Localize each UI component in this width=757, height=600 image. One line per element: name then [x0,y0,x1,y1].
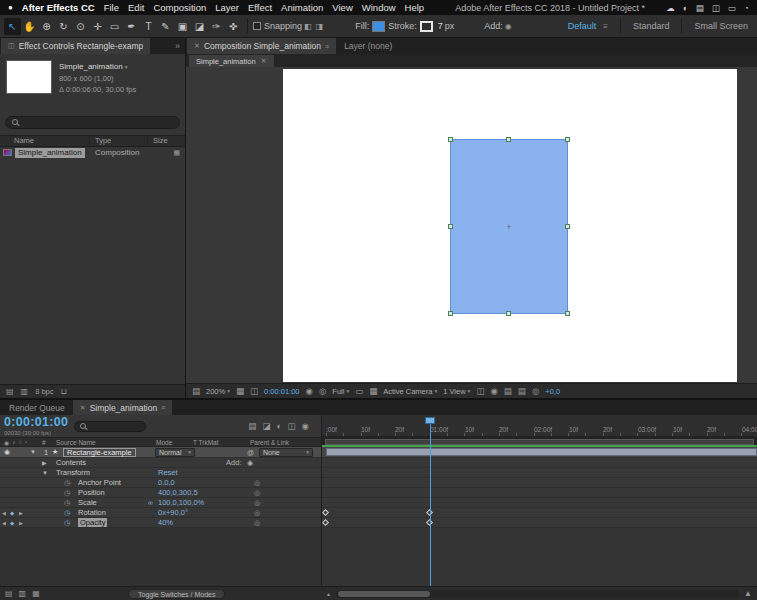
property-row-rotation[interactable]: ◀ ◆ ▶ ◷ Rotation 0x+90,0° ◎ [0,508,321,518]
cloud-icon[interactable]: ☁ [666,3,675,13]
layer-outline-empty-area[interactable] [0,528,321,586]
column-source-name[interactable]: Source Name [56,439,156,446]
workspace-default[interactable]: Default [568,21,597,31]
motion-blur-icon[interactable]: ◉ [302,421,309,431]
apple-menu-icon[interactable]: ● [8,3,13,12]
magnification-dropdown[interactable]: 200% ▾ [206,387,230,396]
next-keyframe-icon[interactable]: ▶ [19,518,23,527]
viewer-tab[interactable]: Simple_animation ✕ [189,55,274,67]
shape-layer-rectangle[interactable]: + [450,139,568,314]
mask-visibility-icon[interactable]: ◫ [250,386,258,396]
selected-item-name[interactable]: Simple_animation [59,62,123,71]
current-time-value[interactable]: 0:00:01:00 [4,416,68,429]
timeline-track-area[interactable]: :00f 10f 20f 01:00f 10f 20f 02:00f 10f 2… [322,415,757,586]
current-time-indicator[interactable] [430,423,431,586]
caret-down-icon[interactable]: ▾ [125,64,128,70]
project-item-thumbnail[interactable] [6,60,52,94]
trash-icon[interactable]: ⊔ [60,387,66,396]
panel-menu-icon[interactable]: ≡ [161,404,165,411]
exposure-value[interactable]: +0,0 [545,387,560,396]
region-of-interest-icon[interactable]: ▭ [355,386,363,396]
toggle-transfer-controls-icon[interactable]: ▥ [19,589,27,598]
stroke-width-field[interactable]: 7 [438,21,443,31]
group-row-contents[interactable]: ▶ Contents Add: ◉ [0,458,321,468]
workspace-menu-icon[interactable]: ≡ [603,22,608,31]
tab-timeline-comp[interactable]: ✕ Simple_animation ≡ [73,400,173,415]
prev-keyframe-icon[interactable]: ◀ [2,518,6,527]
stroke-label[interactable]: Stroke: [388,21,417,31]
bit-depth-button[interactable]: 8 bpc [35,387,53,396]
track-rotation[interactable] [322,508,757,518]
current-time-display[interactable]: 0:00:01:00 00030 (30,00 fps) [4,416,68,436]
new-folder-icon[interactable]: ▥ [21,387,29,396]
track-opacity[interactable] [322,518,757,528]
timeline-button-icon[interactable]: ▤ [504,386,512,396]
stopwatch-icon[interactable]: ◷ [64,478,70,487]
selection-handle[interactable] [448,224,453,229]
link-dimensions-icon[interactable]: ∞ [148,498,153,507]
interpret-footage-icon[interactable]: ▤ [6,387,14,396]
tab-render-queue[interactable]: Render Queue [2,400,72,415]
selection-tool-button[interactable]: ↖ [4,18,21,35]
spotlight-icon[interactable]: ◐ [683,3,688,13]
selection-handle[interactable] [506,137,511,142]
roto-brush-tool-button[interactable]: ✑ [208,18,225,35]
stopwatch-icon[interactable]: ◷ [64,518,70,527]
keyframe[interactable] [322,509,329,516]
property-label[interactable]: Anchor Point [78,478,121,487]
selection-handle[interactable] [506,311,511,316]
layer-duration-bar[interactable] [326,448,757,456]
composition-canvas[interactable]: + [283,69,737,382]
keyframe-toggle-icon[interactable]: ◆ [10,518,14,527]
property-row-position[interactable]: ◷ Position 400,0,300,5 ◎ [0,488,321,498]
grid-options-icon[interactable]: ▦ [236,386,244,396]
zoom-in-icon[interactable]: ▲ [744,590,752,598]
graph-toggle-icon[interactable]: ◎ [254,488,260,497]
add-property-icon[interactable]: ◉ [247,458,253,467]
prev-keyframe-icon[interactable]: ◀ [2,508,6,517]
eye-icon[interactable]: ◉ [4,447,10,457]
scrollbar-thumb[interactable] [338,591,430,597]
frame-blending-icon[interactable]: ◫ [288,421,296,431]
column-size[interactable]: Size [148,136,168,145]
menu-item-effect[interactable]: Effect [248,2,272,13]
show-snapshot-icon[interactable]: ◎ [319,386,326,396]
property-label[interactable]: Opacity [78,518,107,527]
menu-item-animation[interactable]: Animation [281,2,323,13]
track-scale[interactable] [322,498,757,508]
tab-effect-controls[interactable]: ◫ Effect Controls Rectangle-examp [1,38,150,54]
timeline-search-input[interactable] [74,421,146,432]
selection-handle[interactable] [448,137,453,142]
camera-dropdown[interactable]: Active Camera ▾ [383,387,437,396]
keyframe-toggle-icon[interactable]: ◆ [10,508,14,517]
view-layout-dropdown[interactable]: 1 View ▾ [443,387,470,396]
stopwatch-icon[interactable]: ◷ [64,488,70,497]
close-icon[interactable]: ✕ [80,404,86,412]
column-type[interactable]: Type [90,136,148,145]
menu-item-composition[interactable]: Composition [153,2,206,13]
property-value[interactable]: 400,0,300,5 [158,488,198,497]
battery-icon[interactable]: ▭ [728,3,736,13]
group-label[interactable]: Transform [56,468,90,477]
track-contents[interactable] [322,458,757,468]
display-icon[interactable]: ◫ [712,3,720,13]
add-shape-icon[interactable]: ◉ [505,22,512,31]
tab-composition[interactable]: ✕ Composition Simple_animation ≡ [187,38,336,54]
snapshot-icon[interactable]: ◉ [306,386,313,396]
timeline-scrollbar[interactable] [336,590,739,598]
brush-tool-button[interactable]: ✎ [157,18,174,35]
twirl-icon[interactable]: ▼ [42,468,48,477]
track-position[interactable] [322,488,757,498]
flowchart-button-icon[interactable]: ▤ [518,386,526,396]
column-trkmat[interactable]: T TrkMat [193,439,250,446]
project-search-input[interactable] [5,116,180,129]
keyframe[interactable] [322,519,329,526]
menu-item-edit[interactable]: Edit [128,2,144,13]
fast-previews-icon[interactable]: ◉ [490,386,497,396]
property-value[interactable]: 0x+90,0° [158,508,188,517]
column-number[interactable]: # [42,439,56,446]
menu-item-view[interactable]: View [332,2,352,13]
workspace-standard[interactable]: Standard [633,21,670,31]
panel-menu-icon[interactable]: ≡ [325,43,329,50]
camera-tool-button[interactable]: ⊙ [72,18,89,35]
